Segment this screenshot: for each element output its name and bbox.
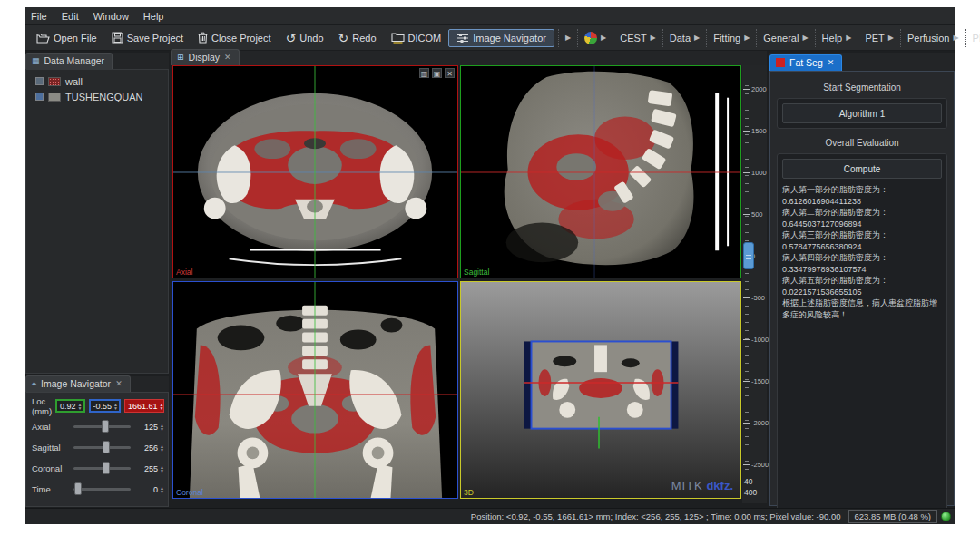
result-conclusion: 根据上述脂肪密度信息，病人患盆腔脂肪增多症的风险较高！ (782, 297, 942, 320)
views-menu-button[interactable]: ▶ (577, 29, 612, 47)
coronal-slider[interactable] (74, 467, 131, 470)
slider-handle[interactable] (74, 482, 82, 495)
view-button-fitting[interactable]: Fitting▶ (706, 29, 756, 47)
close-icon[interactable]: ✕ (828, 58, 835, 67)
spinner-arrows-icon[interactable]: ▲▼ (160, 486, 164, 493)
chevron-right-icon: ▶ (651, 34, 656, 42)
coronal-slider-label: Coronal (32, 463, 74, 473)
result-line: 病人第二部分的脂肪密度为：0.6445037127096894 (782, 207, 942, 229)
view-label: General (763, 33, 799, 44)
redo-icon: ↻ (338, 33, 349, 44)
tree-node-tushengquan[interactable]: TUSHENGQUAN (26, 89, 168, 104)
save-icon (112, 32, 123, 44)
level-value[interactable]: 40 (744, 477, 765, 486)
open-file-button[interactable]: Open File (29, 30, 104, 46)
viewport-label-sagittal: Sagittal (464, 268, 489, 277)
axial-slider[interactable] (74, 425, 131, 428)
undo-button[interactable]: ↺ Undo (279, 30, 331, 46)
mitk-workbench-window: File Edit Window Help Open File Save Pro… (25, 7, 955, 524)
tab-image-navigator[interactable]: ⌖ Image Navigator ✕ (25, 375, 131, 392)
loc-x-spinbox[interactable]: 0.92▲▼ (55, 399, 84, 413)
close-icon[interactable]: ✕ (115, 379, 122, 388)
spinner-arrows-icon[interactable]: ▲▼ (160, 444, 164, 452)
layout-menu-icon[interactable]: ▣ (432, 68, 442, 78)
algorithm-1-button[interactable]: Algorithm 1 (782, 103, 942, 123)
view-button-help[interactable]: Help▶ (815, 29, 858, 47)
image-navigator-tabbar: ⌖ Image Navigator ✕ (25, 376, 169, 392)
memory-status-indicator-icon (941, 512, 951, 521)
toolbar-overflow-arrow[interactable]: ▶ (558, 29, 577, 47)
undo-icon: ↺ (286, 33, 297, 44)
menu-file[interactable]: File (31, 11, 47, 22)
node-thumbnail-wall (48, 77, 61, 86)
display-icon: ⊞ (177, 53, 184, 62)
pin-icon[interactable]: ▥ (419, 68, 429, 78)
sagittal-slider-value[interactable]: 256 (136, 443, 158, 453)
view-label: PET (865, 33, 884, 44)
result-line: 病人第一部分的脂肪密度为：0.6126016904411238 (782, 184, 942, 207)
view-label: Help (822, 33, 843, 44)
viewport-3d[interactable]: MITK dkfz. 3D (460, 281, 741, 499)
loc-y-spinbox[interactable]: -0.55▲▼ (89, 399, 121, 413)
view-button-cest[interactable]: CEST▶ (612, 29, 662, 47)
viewport-label-coronal: Coronal (176, 488, 203, 497)
view-button-perfusion[interactable]: Perfusion▶ (900, 29, 965, 47)
close-project-button[interactable]: Close Project (191, 29, 278, 46)
slider-handle[interactable] (103, 462, 110, 474)
redo-button[interactable]: ↻ Redo (331, 30, 384, 46)
chevron-right-icon: ▶ (802, 34, 808, 42)
menu-help[interactable]: Help (143, 11, 164, 22)
slider-handle[interactable] (102, 420, 109, 433)
display-tabbar: ⊞ Display ✕ (171, 51, 767, 65)
start-segmentation-title: Start Segmentation (777, 83, 947, 93)
save-project-button[interactable]: Save Project (104, 29, 191, 46)
image-navigator-button[interactable]: Image Navigator (448, 29, 554, 47)
cursor-position-status: Position: <0.92, -0.55, 1661.61> mm; Ind… (471, 512, 841, 521)
tree-node-wall[interactable]: wall (26, 73, 168, 89)
view-button-general[interactable]: General▶ (756, 29, 814, 47)
spinner-arrows-icon[interactable]: ▲▼ (78, 403, 83, 410)
maximize-icon[interactable]: ✕ (445, 68, 455, 78)
slider-handle[interactable] (103, 441, 110, 453)
spinner-arrows-icon[interactable]: ▲▼ (160, 424, 164, 431)
view-button-photoacoustics[interactable]: Photoacoustics▶ (965, 29, 980, 47)
time-slider[interactable] (74, 488, 131, 491)
menu-bar: File Edit Window Help (25, 7, 955, 25)
tab-fat-seg[interactable]: Fat Seg ✕ (769, 54, 842, 71)
segmentation-group: Algorithm 1 (777, 98, 947, 129)
spinner-arrows-icon[interactable]: ▲▼ (160, 465, 164, 473)
viewport-sagittal[interactable]: Sagittal (460, 65, 741, 278)
scale-label: -1500 (743, 377, 769, 385)
watermark: MITK dkfz. (671, 479, 733, 492)
spinner-arrows-icon[interactable]: ▲▼ (113, 403, 118, 410)
coronal-slider-value[interactable]: 255 (136, 464, 158, 473)
tab-display[interactable]: ⊞ Display ✕ (171, 49, 240, 65)
visibility-checkbox[interactable] (35, 77, 44, 85)
level-window-slider[interactable]: 2000 1500 1000 500 0 -500 -1000 -1500 -2… (742, 65, 767, 503)
window-value[interactable]: 400 (744, 488, 765, 497)
axial-slider-value[interactable]: 125 (136, 423, 158, 432)
time-slider-value[interactable]: 0 (136, 485, 158, 494)
loc-z-spinbox[interactable]: 1661.61▲▼ (124, 399, 164, 413)
close-icon[interactable]: ✕ (224, 53, 231, 62)
view-button-pet[interactable]: PET▶ (858, 29, 900, 47)
viewport-coronal[interactable]: Coronal (172, 281, 458, 499)
tab-data-manager[interactable]: ▦ Data Manager (25, 53, 113, 69)
view-toolbar: ▶ ▶ CEST▶ Data▶ Fitting▶ General▶ Help▶ … (558, 25, 980, 50)
undo-label: Undo (299, 33, 323, 44)
viewport-axial[interactable]: ▥ ▣ ✕ Axial (172, 65, 458, 278)
view-button-data[interactable]: Data▶ (662, 29, 706, 47)
menu-edit[interactable]: Edit (62, 11, 79, 22)
visibility-checkbox[interactable] (35, 93, 44, 101)
viewport-label-axial: Axial (176, 268, 192, 277)
view-label: Data (670, 33, 691, 44)
compute-button[interactable]: Compute (782, 159, 942, 179)
menu-window[interactable]: Window (93, 11, 129, 22)
level-window-handle[interactable] (743, 242, 754, 269)
dicom-button[interactable]: DICOM (384, 29, 449, 46)
chevron-right-icon: ▶ (601, 34, 606, 42)
chevron-right-icon: ▶ (953, 34, 958, 42)
spinner-arrows-icon[interactable]: ▲▼ (160, 403, 164, 410)
sagittal-slider[interactable] (74, 446, 131, 449)
navigator-icon: ⌖ (32, 379, 36, 389)
